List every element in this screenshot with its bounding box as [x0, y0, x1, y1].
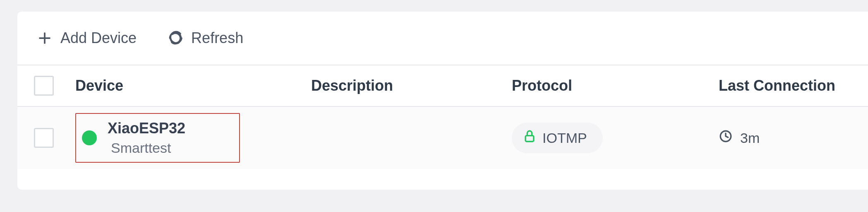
device-cell: XiaoESP32 Smarttest: [75, 113, 311, 163]
row-checkbox-cell: [34, 128, 75, 148]
protocol-label: IOTMP: [542, 130, 587, 146]
add-device-button[interactable]: Add Device: [34, 25, 140, 51]
last-connection-value: 3m: [719, 129, 760, 147]
table-header: Device Description Protocol Last Connect…: [17, 65, 868, 107]
table-row[interactable]: XiaoESP32 Smarttest IOTMP: [17, 107, 868, 169]
column-header-last-connection[interactable]: Last Connection: [719, 77, 851, 94]
devices-card: Add Device: [17, 12, 868, 190]
column-header-device[interactable]: Device: [75, 77, 311, 94]
plus-icon: [37, 31, 52, 46]
device-subtitle: Smarttest: [111, 139, 185, 157]
device-highlight-box: XiaoESP32 Smarttest: [75, 113, 240, 163]
column-header-protocol[interactable]: Protocol: [512, 77, 719, 94]
column-header-description[interactable]: Description: [311, 77, 512, 94]
select-all-checkbox[interactable]: [34, 76, 54, 96]
row-checkbox[interactable]: [34, 128, 54, 148]
refresh-label: Refresh: [191, 29, 243, 47]
protocol-badge: IOTMP: [512, 123, 603, 153]
svg-rect-2: [525, 136, 534, 142]
page-root: Add Device: [0, 0, 868, 190]
refresh-button[interactable]: Refresh: [165, 25, 247, 51]
header-checkbox-cell: [34, 76, 75, 96]
toolbar: Add Device: [17, 12, 868, 65]
status-dot-icon: [82, 130, 97, 145]
lock-icon: [523, 129, 537, 147]
clock-icon: [719, 129, 733, 147]
device-name[interactable]: XiaoESP32: [108, 119, 185, 137]
add-device-label: Add Device: [60, 29, 137, 47]
last-connection-cell: 3m: [719, 129, 851, 147]
device-text: XiaoESP32 Smarttest: [108, 119, 185, 157]
last-connection-text: 3m: [740, 130, 760, 146]
protocol-cell: IOTMP: [512, 123, 719, 153]
refresh-icon: [168, 31, 183, 46]
